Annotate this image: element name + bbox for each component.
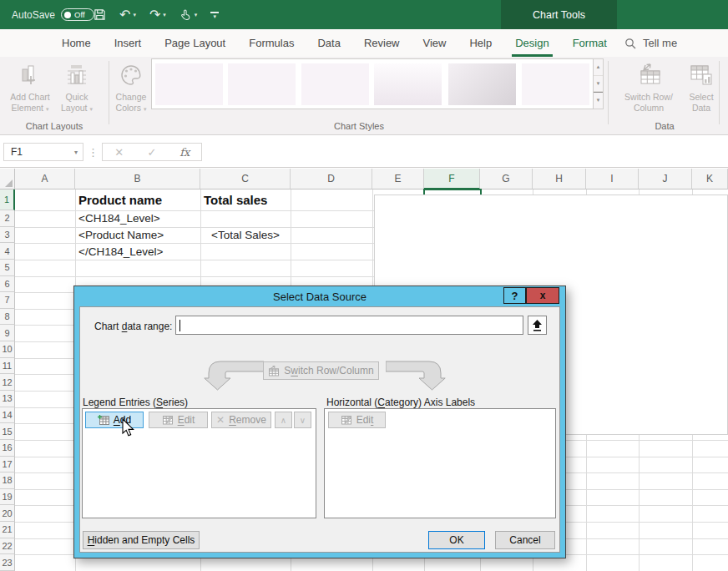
hidden-empty-cells-button[interactable]: Hidden and Empty Cells bbox=[83, 531, 200, 549]
row-header-9[interactable]: 9 bbox=[0, 325, 15, 341]
name-box[interactable]: F1 ▾ bbox=[3, 143, 83, 161]
autosave-toggle[interactable]: AutoSave Off bbox=[12, 0, 94, 29]
tab-review[interactable]: Review bbox=[352, 29, 412, 57]
column-header-B[interactable]: B bbox=[75, 169, 200, 189]
column-header-E[interactable]: E bbox=[372, 169, 424, 189]
cell-B3[interactable]: <Product Name> bbox=[75, 227, 200, 244]
formula-input[interactable] bbox=[203, 143, 728, 161]
tab-home[interactable]: Home bbox=[50, 29, 103, 57]
customize-qat-button[interactable]: ▾ bbox=[210, 12, 219, 18]
dialog-help-button[interactable]: ? bbox=[503, 287, 526, 304]
touch-mouse-mode-button[interactable]: ▾ bbox=[179, 8, 198, 21]
row-header-3[interactable]: 3 bbox=[0, 227, 15, 244]
remove-series-icon: ✕ bbox=[216, 414, 225, 426]
tab-design[interactable]: Design bbox=[503, 29, 560, 57]
tab-data[interactable]: Data bbox=[306, 29, 351, 57]
row-header-7[interactable]: 7 bbox=[0, 292, 15, 309]
cell-C1[interactable]: Total sales bbox=[200, 189, 291, 210]
column-header-F[interactable]: F bbox=[424, 169, 480, 189]
row-header-1[interactable]: 1 bbox=[0, 189, 15, 210]
confirm-entry-button[interactable]: ✓ bbox=[135, 144, 168, 160]
cell-B1[interactable]: Product name bbox=[75, 189, 200, 210]
row-header-17[interactable]: 17 bbox=[0, 457, 15, 473]
legend-entries-list[interactable]: Add Edit ✕ Remove bbox=[82, 408, 316, 518]
redo-button[interactable]: ↷ ▾ bbox=[149, 8, 166, 22]
tab-page-layout[interactable]: Page Layout bbox=[153, 29, 237, 57]
tab-help[interactable]: Help bbox=[458, 29, 503, 57]
chart-style-thumbnail[interactable] bbox=[448, 63, 516, 105]
row-header-22[interactable]: 22 bbox=[0, 538, 15, 555]
axis-labels-list[interactable]: Edit bbox=[324, 408, 556, 518]
chart-style-thumbnail[interactable] bbox=[522, 63, 589, 105]
row-header-13[interactable]: 13 bbox=[0, 391, 15, 407]
row-header-12[interactable]: 12 bbox=[0, 374, 15, 391]
chart-data-range-input[interactable] bbox=[175, 316, 523, 335]
cancel-entry-button[interactable]: ✕ bbox=[103, 144, 135, 160]
select-all-button[interactable] bbox=[0, 169, 15, 189]
add-chart-element-button[interactable]: Add Chart Element ▾ bbox=[7, 60, 53, 124]
undo-button[interactable]: ↶ ▾ bbox=[119, 8, 136, 22]
column-header-H[interactable]: H bbox=[533, 169, 586, 189]
gallery-more-button[interactable]: ▼ bbox=[594, 92, 603, 109]
row-header-11[interactable]: 11 bbox=[0, 358, 15, 375]
name-box-caret-icon[interactable]: ▾ bbox=[74, 149, 78, 156]
chart-style-thumbnail[interactable] bbox=[374, 63, 442, 105]
tab-view[interactable]: View bbox=[412, 29, 458, 57]
gallery-scroll-down-button[interactable]: ▼ bbox=[594, 76, 603, 93]
gallery-scroll-up-button[interactable]: ▲ bbox=[594, 59, 603, 76]
row-header-5[interactable]: 5 bbox=[0, 260, 15, 276]
row-header-14[interactable]: 14 bbox=[0, 407, 15, 424]
move-series-down-button[interactable]: ∨ bbox=[294, 412, 311, 428]
remove-series-button[interactable]: ✕ Remove bbox=[211, 412, 271, 428]
row-header-4[interactable]: 4 bbox=[0, 243, 15, 260]
column-header-C[interactable]: C bbox=[200, 169, 291, 189]
tell-me-box[interactable]: Tell me bbox=[624, 29, 677, 57]
tab-insert[interactable]: Insert bbox=[103, 29, 154, 57]
change-colors-label: Change bbox=[116, 92, 147, 102]
quick-layout-button[interactable]: Quick Layout ▾ bbox=[53, 60, 100, 124]
ok-button[interactable]: OK bbox=[428, 531, 485, 549]
column-header-J[interactable]: J bbox=[639, 169, 692, 189]
select-data-ribbon-button[interactable]: Select Data bbox=[684, 60, 719, 124]
dialog-close-button[interactable]: x bbox=[526, 287, 559, 304]
add-series-button[interactable]: Add bbox=[85, 412, 144, 428]
tab-formulas[interactable]: Formulas bbox=[237, 29, 306, 57]
row-header-19[interactable]: 19 bbox=[0, 489, 15, 506]
change-colors-button[interactable]: Change Colors ▾ bbox=[112, 60, 150, 124]
move-series-up-button[interactable]: ∧ bbox=[275, 412, 292, 428]
cell-C3[interactable]: <Total Sales> bbox=[200, 227, 291, 244]
chart-style-thumbnail[interactable] bbox=[301, 63, 369, 105]
row-header-8[interactable]: 8 bbox=[0, 309, 15, 326]
tab-format[interactable]: Format bbox=[561, 29, 619, 57]
row-header-20[interactable]: 20 bbox=[0, 505, 15, 522]
select-data-label: Select bbox=[689, 92, 713, 102]
column-header-D[interactable]: D bbox=[291, 169, 372, 189]
collapse-dialog-button[interactable] bbox=[528, 316, 547, 335]
row-header-16[interactable]: 16 bbox=[0, 440, 15, 457]
autosave-dot-icon bbox=[64, 12, 71, 18]
insert-function-button[interactable]: fx bbox=[169, 144, 201, 160]
row-header-23[interactable]: 23 bbox=[0, 554, 15, 571]
edit-axis-labels-button[interactable]: Edit bbox=[328, 412, 386, 428]
column-header-G[interactable]: G bbox=[480, 169, 533, 189]
column-header-A[interactable]: A bbox=[15, 169, 75, 189]
cancel-button[interactable]: Cancel bbox=[495, 531, 555, 549]
column-header-I[interactable]: I bbox=[586, 169, 639, 189]
autosave-pill[interactable]: Off bbox=[61, 8, 94, 21]
row-header-10[interactable]: 10 bbox=[0, 341, 15, 358]
edit-series-button[interactable]: Edit bbox=[149, 412, 208, 428]
column-header-K[interactable]: K bbox=[692, 169, 728, 189]
chart-style-thumbnail[interactable] bbox=[155, 63, 223, 105]
row-header-15[interactable]: 15 bbox=[0, 423, 15, 440]
switch-row-column-ribbon-button[interactable]: Switch Row/ Column bbox=[614, 60, 684, 124]
row-header-18[interactable]: 18 bbox=[0, 472, 15, 489]
cell-B2[interactable]: <CH184_Level> bbox=[75, 210, 200, 227]
save-button[interactable] bbox=[94, 8, 106, 21]
row-header-6[interactable]: 6 bbox=[0, 276, 15, 293]
row-header-2[interactable]: 2 bbox=[0, 210, 15, 227]
row-header-21[interactable]: 21 bbox=[0, 522, 15, 538]
cell-B4[interactable]: </CH184_Level> bbox=[75, 243, 200, 260]
formula-bar: F1 ▾ ⋮ ✕ ✓ fx bbox=[0, 135, 728, 168]
chart-style-thumbnail[interactable] bbox=[228, 63, 296, 105]
switch-row-column-button[interactable]: Switch Row/Column bbox=[263, 361, 379, 380]
